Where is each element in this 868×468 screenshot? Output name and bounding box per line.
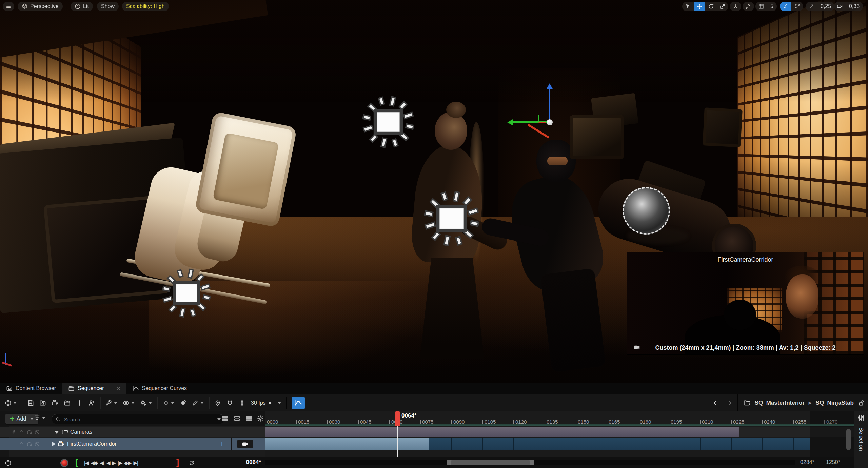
play-button[interactable]: ▶ bbox=[112, 460, 116, 466]
info-icon[interactable] bbox=[5, 460, 12, 466]
cameras-lane[interactable] bbox=[265, 427, 868, 437]
step-back-button[interactable]: ◀| bbox=[100, 460, 104, 466]
rotation-snap-toggle[interactable] bbox=[780, 2, 791, 11]
tab-content-browser[interactable]: Content Browser bbox=[0, 383, 62, 394]
pilot-camera-button[interactable] bbox=[237, 440, 253, 448]
playback-range-start-bracket[interactable]: [ bbox=[75, 458, 78, 467]
fps-selector[interactable]: 30 fps bbox=[248, 400, 284, 406]
world-selector-button[interactable] bbox=[2, 397, 19, 409]
select-tool-button[interactable] bbox=[682, 2, 694, 11]
light-sprite-icon[interactable] bbox=[361, 95, 415, 149]
snapping-button[interactable] bbox=[224, 397, 236, 409]
camera-cut-inactive-sections[interactable] bbox=[429, 438, 810, 450]
grid-snap-toggle[interactable] bbox=[755, 2, 767, 11]
spawn-locator-button[interactable] bbox=[212, 397, 224, 409]
add-track-button[interactable]: + Add bbox=[5, 414, 38, 424]
save-button[interactable] bbox=[24, 397, 37, 409]
mute-icon[interactable] bbox=[34, 429, 40, 435]
pin-icon[interactable] bbox=[11, 429, 17, 435]
tab-sequencer-curves[interactable]: Sequencer Curves bbox=[126, 383, 193, 394]
vertical-scrollbar[interactable] bbox=[846, 429, 851, 450]
cameras-folder-bar[interactable] bbox=[265, 427, 739, 437]
lock-icon[interactable] bbox=[19, 429, 24, 435]
back-arrow-icon[interactable] bbox=[713, 399, 721, 407]
edit-mode-button[interactable] bbox=[189, 397, 206, 409]
step-forward-button[interactable]: |▶ bbox=[118, 460, 122, 466]
curve-editor-button[interactable] bbox=[292, 397, 305, 409]
lit-mode-dropdown[interactable]: Lit bbox=[71, 2, 93, 11]
playhead-marker[interactable] bbox=[395, 411, 400, 426]
viewport-3d[interactable]: FirstCameraCorridor Custom (24mm x 21,4m… bbox=[0, 0, 868, 383]
scalability-button[interactable]: Scalability: High bbox=[122, 2, 169, 11]
camera-cut-lane[interactable] bbox=[265, 438, 868, 450]
clapper-options-button[interactable] bbox=[73, 397, 85, 409]
browse-to-asset-button[interactable] bbox=[37, 397, 49, 409]
layout-normal-icon[interactable] bbox=[233, 415, 241, 422]
view-options-button[interactable] bbox=[120, 397, 137, 409]
wall-camera-body[interactable] bbox=[570, 115, 624, 159]
lock-open-icon[interactable] bbox=[858, 400, 865, 406]
loop-icon[interactable] bbox=[188, 460, 195, 466]
breadcrumb-current[interactable]: SQ_NinjaStab bbox=[816, 400, 854, 406]
solo-icon[interactable] bbox=[26, 429, 32, 435]
expand-arrow-icon[interactable] bbox=[54, 431, 59, 434]
camera-speed-value[interactable]: 0,33 bbox=[846, 2, 863, 11]
keyframe-options-button[interactable] bbox=[160, 397, 177, 409]
track-row-firstcameracorridor[interactable]: FirstCameraCorridor + bbox=[0, 438, 265, 450]
mute-icon[interactable] bbox=[34, 441, 40, 447]
playhead-line[interactable] bbox=[397, 426, 398, 457]
layout-list-icon[interactable] bbox=[245, 415, 253, 422]
add-actor-button[interactable] bbox=[85, 397, 98, 409]
render-movie-button[interactable] bbox=[49, 397, 61, 409]
scale-snap-toggle[interactable] bbox=[806, 2, 817, 11]
go-to-end-button[interactable]: ▶| bbox=[134, 460, 138, 466]
track-row-cameras[interactable]: Cameras bbox=[0, 427, 265, 437]
current-frame-field[interactable]: 0064* bbox=[214, 459, 261, 466]
record-button[interactable] bbox=[60, 459, 68, 467]
camera-cut-active-section[interactable] bbox=[265, 438, 429, 450]
timeline-scrollbar-thumb[interactable] bbox=[447, 460, 534, 465]
add-section-button[interactable]: + bbox=[220, 440, 224, 448]
move-tool-button[interactable] bbox=[694, 2, 705, 11]
selection-side-tab[interactable]: Selection bbox=[854, 411, 868, 468]
lock-icon[interactable] bbox=[19, 441, 24, 447]
breadcrumb-root[interactable]: SQ_MasterInterior bbox=[755, 400, 805, 406]
filter-button[interactable] bbox=[34, 414, 45, 421]
show-dropdown[interactable]: Show bbox=[97, 2, 119, 11]
rotate-tool-button[interactable] bbox=[705, 2, 717, 11]
next-key-button[interactable]: ◆▶ bbox=[124, 460, 131, 466]
viewport-menu-button[interactable] bbox=[3, 2, 14, 11]
settings-menu-button[interactable] bbox=[103, 397, 120, 409]
wall-camera-2[interactable] bbox=[703, 107, 743, 147]
timeline-scrollbar[interactable] bbox=[265, 460, 795, 465]
camera-speed-toggle[interactable] bbox=[834, 2, 846, 11]
reflection-probe-sphere[interactable] bbox=[623, 187, 670, 235]
surface-snap-button[interactable] bbox=[743, 2, 754, 11]
light-sprite-icon[interactable] bbox=[423, 190, 480, 247]
tab-sequencer[interactable]: Sequencer bbox=[62, 383, 126, 394]
solo-icon[interactable] bbox=[26, 441, 32, 447]
gizmo-plane-handle[interactable] bbox=[538, 115, 546, 123]
playback-range-end-field[interactable]: 0284* bbox=[797, 459, 818, 466]
auto-key-button[interactable] bbox=[177, 397, 189, 409]
scale-snap-value[interactable]: 0,25 bbox=[817, 2, 834, 11]
layout-compact-icon[interactable] bbox=[221, 415, 229, 422]
close-icon[interactable] bbox=[116, 386, 120, 391]
search-input[interactable] bbox=[63, 416, 213, 423]
grid-snap-value[interactable]: 5 bbox=[767, 2, 777, 11]
collapse-arrow-icon[interactable] bbox=[52, 442, 55, 446]
previous-key-button[interactable]: ◀◆ bbox=[91, 460, 98, 466]
play-reverse-button[interactable]: ◀ bbox=[106, 460, 110, 466]
playback-range-end-bracket[interactable]: ] bbox=[176, 458, 179, 467]
scale-tool-button[interactable] bbox=[717, 2, 728, 11]
gizmo-center[interactable] bbox=[547, 119, 553, 125]
view-range-end-field[interactable]: 1250* bbox=[823, 459, 844, 466]
gizmo-z-axis[interactable] bbox=[549, 89, 550, 123]
coordinate-space-button[interactable] bbox=[730, 2, 741, 11]
playback-options-button[interactable] bbox=[137, 397, 155, 409]
gear-icon[interactable] bbox=[257, 415, 264, 422]
rotation-snap-value[interactable]: 5° bbox=[791, 2, 803, 11]
light-sprite-icon[interactable] bbox=[161, 268, 212, 319]
snap-options-button[interactable] bbox=[236, 397, 248, 409]
perspective-dropdown[interactable]: Perspective bbox=[18, 2, 63, 11]
